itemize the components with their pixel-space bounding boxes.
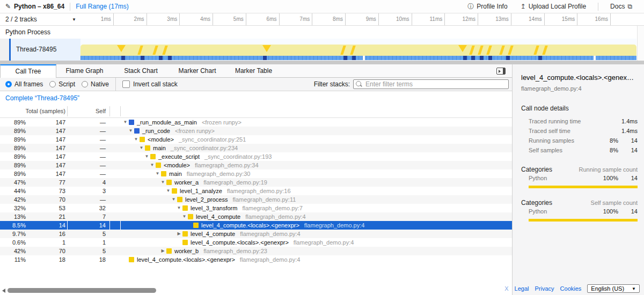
scrollbar-thumb[interactable] <box>8 288 156 293</box>
footer-link-privacy[interactable]: Privacy <box>535 285 554 292</box>
twisty-open-icon[interactable]: ▼ <box>143 152 150 161</box>
cell-self: 5 <box>68 247 106 255</box>
tab-stack-chart[interactable]: Stack Chart <box>113 64 169 78</box>
categories-count-label: Running sample count <box>579 166 638 173</box>
detail-value: 14 <box>618 137 638 144</box>
tree-row[interactable]: 0.6%11level_4_compute.<locals>.<genexpr>… <box>0 238 512 247</box>
radio-button[interactable] <box>49 81 56 87</box>
scroll-left-arrow-icon[interactable] <box>2 289 5 293</box>
column-divider <box>120 106 121 116</box>
cell-total-percent: 89% <box>0 161 26 169</box>
twisty-open-icon[interactable]: ▼ <box>154 169 161 178</box>
tree-row[interactable]: 89%147—▼_run_code<frozen runpy> <box>0 127 512 135</box>
detail-value: 1.4ms <box>618 128 638 134</box>
tree-row[interactable]: 89%147—▼<module>flamegraph_demo.py:34 <box>0 161 512 169</box>
twisty-open-icon[interactable]: ▼ <box>159 178 166 187</box>
radio-native[interactable]: Native <box>82 80 109 88</box>
footer-links: LegalPrivacyCookies <box>515 285 582 292</box>
tab-flame-graph[interactable]: Flame Graph <box>56 64 113 78</box>
twisty-open-icon[interactable]: ▼ <box>133 135 140 144</box>
profile-title: Python – x86_64 <box>14 3 64 10</box>
language-select[interactable]: English (US) ▼ <box>587 284 640 293</box>
ruler-tick-label: 13ms <box>495 16 510 22</box>
full-range-link[interactable]: Full Range (17ms) <box>76 3 129 10</box>
tree-row[interactable]: 44%733▼level_1_analyzeflamegraph_demo.py… <box>0 187 512 195</box>
tree-row[interactable]: 11%1818level_4_compute.<locals>.<genexpr… <box>0 255 512 264</box>
function-location: flamegraph_demo.py:4 <box>294 238 354 247</box>
cell-total-samples: 1 <box>27 238 65 247</box>
edit-pencil-icon[interactable]: ✎ <box>5 3 11 10</box>
docs-button[interactable]: Docs ⧉ <box>610 3 632 10</box>
tree-row[interactable]: 42%70—▼level_2_processflamegraph_demo.py… <box>0 195 512 204</box>
twisty-open-icon[interactable]: ▼ <box>127 127 134 135</box>
tab-marker-chart[interactable]: Marker Chart <box>169 64 225 78</box>
sample-dark-segment <box>538 56 542 60</box>
footer-close-button[interactable]: X <box>504 285 508 292</box>
search-icon <box>356 81 361 86</box>
thread-track-row[interactable]: Thread-78495 <box>0 39 644 61</box>
marker-triangle-icon[interactable] <box>262 45 271 52</box>
radio-button[interactable] <box>5 81 12 87</box>
tracks-dropdown[interactable]: 2 / 2 tracks ▼ <box>0 13 80 25</box>
ruler-tick: 2ms <box>114 13 147 25</box>
ruler-tick: 4ms <box>180 13 213 25</box>
twisty-closed-icon[interactable]: ▶ <box>159 247 166 255</box>
radio-all-frames[interactable]: All frames <box>5 80 43 88</box>
tree-row[interactable]: 47%774▼worker_aflamegraph_demo.py:19 <box>0 178 512 187</box>
call-tree: 89%147—▼_run_module_as_main<frozen runpy… <box>0 118 512 264</box>
timeline-header: 2 / 2 tracks ▼ 1ms2ms3ms4ms5ms6ms7ms8ms9… <box>0 13 644 26</box>
twisty-open-icon[interactable]: ▼ <box>149 161 156 169</box>
tree-row[interactable]: 89%147—▼_run_module_as_main<frozen runpy… <box>0 118 512 127</box>
filter-stacks-input[interactable] <box>353 79 509 89</box>
tree-row[interactable]: 8.5%1414level_4_compute.<locals>.<genexp… <box>0 221 512 230</box>
invert-call-stack-toggle[interactable]: Invert call stack <box>122 80 178 88</box>
process-track-row[interactable]: Python Process <box>0 26 644 39</box>
time-ruler[interactable]: 1ms2ms3ms4ms5ms6ms7ms8ms9ms10ms11ms12ms1… <box>80 13 644 25</box>
column-total-samples[interactable]: Total (samples) <box>0 105 65 117</box>
twisty-open-icon[interactable]: ▼ <box>122 118 129 127</box>
profile-info-button[interactable]: ⓘ Profile Info <box>467 2 507 11</box>
ruler-tick-label: 14ms <box>529 16 544 22</box>
ruler-tick-label: 4ms <box>200 16 213 22</box>
categories-count-label: Self sample count <box>591 200 638 206</box>
thread-activity-graph[interactable] <box>80 39 636 61</box>
tree-row[interactable]: 89%147—▼_execute_script_sync_coordinator… <box>0 152 512 161</box>
marker-triangle-icon[interactable] <box>117 45 126 52</box>
tracks-vertical-scrollbar[interactable] <box>637 26 644 61</box>
tree-row[interactable]: 42%705▶worker_bflamegraph_demo.py:23 <box>0 247 512 255</box>
twisty-open-icon[interactable]: ▼ <box>175 204 182 212</box>
radio-button[interactable] <box>82 81 88 87</box>
call-node-sidebar: level_4_compute.<locals>.<genex… flamegr… <box>512 64 644 295</box>
footer-link-legal[interactable]: Legal <box>515 285 529 292</box>
sidebar-toggle-icon[interactable] <box>496 68 506 75</box>
invert-call-stack-checkbox[interactable] <box>122 80 130 88</box>
tree-row[interactable]: 9.7%165▶level_4_computeflamegraph_demo.p… <box>0 230 512 238</box>
twisty-open-icon[interactable]: ▼ <box>138 144 145 152</box>
upload-profile-button[interactable]: ↥ Upload Local Profile <box>521 3 586 10</box>
tab-call-tree[interactable]: Call Tree <box>0 64 56 78</box>
function-name: <module> <box>164 161 190 169</box>
ruler-tick <box>611 13 644 25</box>
tree-cell: ▼main_sync_coordinator.py:234 <box>122 144 512 152</box>
tree-row[interactable]: 13%217▼level_4_computeflamegraph_demo.py… <box>0 212 512 221</box>
twisty-open-icon[interactable]: ▼ <box>170 195 177 204</box>
radio-script[interactable]: Script <box>49 80 75 88</box>
docs-label: Docs <box>610 3 625 10</box>
tree-row[interactable]: 89%147—▼main_sync_coordinator.py:234 <box>0 144 512 152</box>
complete-thread-link[interactable]: Complete “Thread-78495” <box>5 94 79 102</box>
tree-row[interactable]: 89%147—▼<module>_sync_coordinator.py:251 <box>0 135 512 144</box>
cell-total-samples: 77 <box>27 178 65 187</box>
twisty-open-icon[interactable]: ▼ <box>165 187 172 195</box>
category-color-bar <box>529 186 638 188</box>
twisty-open-icon[interactable]: ▼ <box>181 212 188 221</box>
ruler-tick-label: 16ms <box>595 16 610 22</box>
tree-row[interactable]: 32%5332▼level_3_transformflamegraph_demo… <box>0 204 512 212</box>
footer-link-cookies[interactable]: Cookies <box>560 285 582 292</box>
column-self[interactable]: Self <box>68 105 106 117</box>
thread-track-labelbox[interactable]: Thread-78495 <box>11 39 80 61</box>
marker-triangle-icon[interactable] <box>458 45 467 52</box>
twisty-closed-icon[interactable]: ▶ <box>175 230 182 238</box>
cell-self: 4 <box>68 178 106 187</box>
tree-row[interactable]: 89%147—▼mainflamegraph_demo.py:30 <box>0 169 512 178</box>
tab-marker-table[interactable]: Marker Table <box>225 64 282 78</box>
